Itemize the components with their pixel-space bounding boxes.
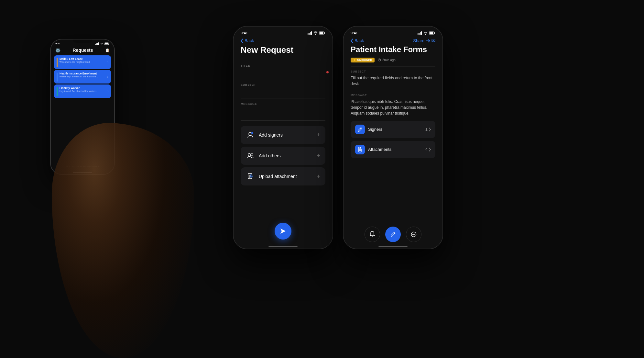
notifications-button[interactable] (365, 227, 380, 242)
right-meta: ⚡ UNSIGNED 2min ago (344, 58, 442, 66)
bell-icon (369, 231, 375, 238)
others-icon (246, 151, 255, 160)
edit-button[interactable] (385, 227, 401, 242)
right-phone-frame: 9:41 (343, 26, 443, 249)
list-item[interactable]: Malibu Loft Lease Welcome to the neighbo… (54, 55, 111, 69)
svg-rect-19 (418, 33, 419, 35)
add-signers-label: Add signers (259, 132, 283, 138)
title-input[interactable] (241, 69, 325, 75)
send-icon (280, 228, 286, 234)
wifi-icon (313, 31, 318, 35)
more-button[interactable] (406, 227, 421, 242)
right-back-button[interactable]: Back (351, 38, 364, 43)
subject-field[interactable]: SUBJECT (241, 79, 325, 98)
svg-rect-22 (421, 31, 422, 35)
svg-rect-10 (311, 31, 312, 35)
attachments-count: 4 (425, 147, 428, 152)
add-others-label: Add others (259, 153, 281, 158)
new-request-form: TITLE SUBJECT MESSAGE (234, 60, 333, 121)
wifi-icon (100, 42, 104, 45)
share-button[interactable]: Share (413, 38, 435, 43)
spacer (344, 116, 442, 121)
svg-rect-3 (98, 42, 99, 45)
attachments-row-icon (355, 145, 365, 154)
item-title: Malibu Loft Lease (60, 57, 90, 61)
add-signers-plus-icon: + (317, 132, 320, 139)
right-status-icons (418, 31, 435, 35)
message-section: MESSAGE Phasellus quis nibh felis. Cras … (344, 94, 442, 116)
mid-nav: Back (234, 37, 333, 43)
svg-rect-6 (109, 43, 110, 44)
add-signers-left: Add signers (246, 130, 283, 140)
right-time: 9:41 (351, 31, 358, 35)
time-ago-text: 2min ago (382, 58, 396, 62)
back-button[interactable]: Back (241, 38, 254, 43)
middle-phone-frame: 9:41 (233, 26, 333, 249)
subject-input[interactable] (241, 88, 325, 94)
signers-row-left: Signers (355, 125, 382, 134)
signal-icon (95, 42, 99, 45)
battery-icon (429, 31, 435, 35)
settings-icon[interactable]: ⚙️ (55, 48, 60, 53)
middle-phone: 9:41 (233, 26, 333, 252)
svg-rect-7 (308, 33, 309, 35)
svg-rect-21 (420, 32, 421, 35)
paperclip-doc-icon (247, 173, 253, 180)
chevron-right-icon (429, 148, 431, 151)
left-phone-frame: 9:41 (50, 39, 115, 175)
title-label: TITLE (241, 64, 325, 67)
svg-rect-1 (96, 43, 97, 45)
right-status-bar: 9:41 (344, 27, 442, 37)
title-field[interactable]: TITLE (241, 60, 325, 79)
battery-icon (319, 31, 325, 35)
signers-row[interactable]: Signers 1 (351, 121, 435, 138)
add-signers-row[interactable]: Add signers + (241, 126, 325, 144)
required-dot (326, 71, 329, 73)
signers-count: 1 (425, 127, 428, 132)
share-icon (426, 39, 430, 43)
list-item-content: Health Insurance Enrollment Please sign … (60, 72, 98, 78)
person-badge-icon (247, 132, 254, 138)
list-item-chevron: › (107, 61, 108, 64)
upload-attachment-row[interactable]: Upload attachment + (241, 167, 325, 185)
signers-row-icon (355, 125, 365, 134)
send-button[interactable] (275, 223, 291, 240)
attachments-row-right: 4 (425, 147, 431, 152)
message-field[interactable]: MESSAGE (241, 98, 325, 121)
left-phone-screen: 9:41 (51, 39, 114, 174)
signers-label: Signers (368, 127, 382, 132)
unsigned-badge: ⚡ UNSIGNED (351, 58, 375, 62)
requests-title: Requests (72, 48, 93, 53)
patient-intake-title: Patient Intake Forms (344, 43, 442, 58)
mid-screen: 9:41 (234, 27, 333, 249)
chevron-right-icon (429, 128, 431, 131)
message-label: MESSAGE (241, 102, 325, 106)
divider (351, 90, 435, 90)
svg-rect-8 (309, 33, 310, 35)
right-back-label: Back (355, 38, 364, 43)
attachment-icon (246, 172, 255, 181)
subject-section-label: SUBJECT (344, 70, 442, 73)
pen-icon (357, 127, 363, 132)
list-item[interactable]: Health Insurance Enrollment Please sign … (54, 70, 111, 84)
svg-rect-12 (320, 32, 323, 34)
pencil-icon (390, 231, 396, 237)
right-nav-bar: Back Share (344, 37, 442, 43)
subject-section-text: Fill out the required fields and return … (344, 75, 442, 87)
badge-label: UNSIGNED (357, 59, 372, 62)
message-input[interactable] (241, 107, 325, 117)
attachments-row-left: Attachments (355, 145, 391, 154)
add-others-left: Add others (246, 151, 281, 160)
left-phone-header: ⚙️ Requests 📋 (51, 46, 114, 55)
divider (351, 66, 435, 67)
requests-list: Malibu Loft Lease Welcome to the neighbo… (51, 55, 114, 98)
upload-plus-icon: + (317, 173, 320, 180)
attachments-row[interactable]: Attachments 4 (351, 141, 435, 158)
list-item[interactable]: Liability Waiver Hey Arnold, I've attach… (54, 84, 111, 98)
clock-icon (378, 58, 381, 62)
compose-icon[interactable]: 📋 (105, 48, 110, 52)
subject-section: SUBJECT Fill out the required fields and… (344, 70, 442, 87)
accent-bar (57, 58, 58, 67)
add-others-row[interactable]: Add others + (241, 147, 325, 165)
attachments-label: Attachments (368, 147, 391, 152)
